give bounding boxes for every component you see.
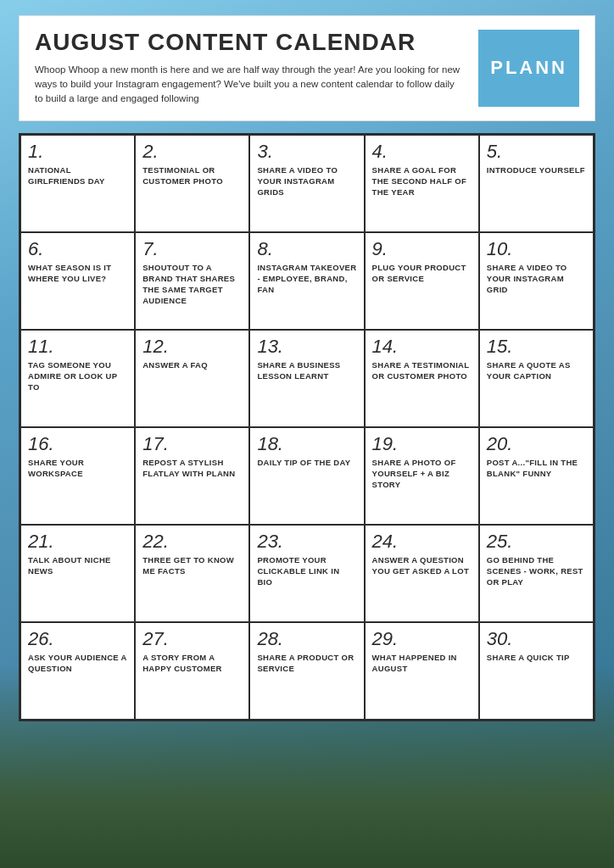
calendar-cell-18: 18.DAILY TIP OF THE DAY: [249, 427, 364, 525]
day-number-29: 29.: [372, 630, 472, 648]
calendar-cell-5: 5.INTRODUCE YOURSELF: [479, 135, 594, 232]
day-number-10: 10.: [487, 240, 586, 259]
day-number-20: 20.: [487, 435, 586, 453]
calendar-cell-17: 17.REPOST A STYLISH FLATLAY WITH PLANN: [135, 427, 249, 525]
day-number-17: 17.: [142, 435, 242, 453]
day-number-21: 21.: [28, 532, 127, 551]
day-content-2: TESTIMONIAL OR CUSTOMER PHOTO: [142, 164, 242, 187]
day-content-10: SHARE A VIDEO TO YOUR INSTAGRAM GRID: [487, 262, 586, 296]
logo-text: PLANN: [490, 57, 567, 79]
header-box: AUGUST CONTENT CALENDAR Whoop Whoop a ne…: [19, 15, 595, 121]
day-content-24: ANSWER A QUESTION YOU GET ASKED A LOT: [372, 554, 472, 577]
day-content-5: INTRODUCE YOURSELF: [487, 164, 586, 175]
day-content-12: ANSWER A FAQ: [142, 359, 242, 370]
day-number-5: 5.: [487, 142, 586, 161]
day-content-27: A STORY FROM A HAPPY CUSTOMER: [142, 652, 242, 675]
calendar-grid: 1.NATIONAL GIRLFRIENDS DAY2.TESTIMONIAL …: [19, 133, 595, 721]
day-number-8: 8.: [257, 240, 356, 259]
day-number-24: 24.: [372, 532, 472, 551]
day-content-11: TAG SOMEONE YOU ADMIRE OR LOOK UP TO: [28, 359, 127, 393]
calendar-cell-14: 14.SHARE A TESTIMONIAL OR CUSTOMER PHOTO: [365, 330, 479, 427]
day-content-17: REPOST A STYLISH FLATLAY WITH PLANN: [142, 457, 242, 480]
day-content-8: INSTAGRAM TAKEOVER - EMPLOYEE, BRAND, FA…: [257, 262, 356, 296]
header-text: AUGUST CONTENT CALENDAR Whoop Whoop a ne…: [35, 30, 478, 107]
day-number-28: 28.: [257, 630, 356, 648]
day-content-6: WHAT SEASON IS IT WHERE YOU LIVE?: [28, 262, 127, 285]
day-content-7: SHOUTOUT TO A BRAND THAT SHARES THE SAME…: [142, 262, 242, 307]
day-content-18: DAILY TIP OF THE DAY: [257, 457, 356, 468]
day-content-25: GO BEHIND THE SCENES - WORK, REST OR PLA…: [487, 554, 586, 588]
day-content-13: SHARE A BUSINESS LESSON LEARNT: [257, 359, 356, 382]
calendar-cell-9: 9.PLUG YOUR PRODUCT OR SERVICE: [365, 232, 479, 330]
logo-box: PLANN: [478, 30, 579, 107]
calendar-cell-30: 30.SHARE A QUICK TIP: [479, 622, 594, 720]
day-number-11: 11.: [28, 337, 127, 356]
calendar-cell-22: 22.THREE GET TO KNOW ME FACTS: [135, 525, 249, 622]
day-number-12: 12.: [142, 337, 242, 356]
header-title: AUGUST CONTENT CALENDAR: [35, 30, 465, 56]
calendar-cell-26: 26.ASK YOUR AUDIENCE A QUESTION: [20, 622, 135, 720]
calendar-cell-10: 10.SHARE A VIDEO TO YOUR INSTAGRAM GRID: [479, 232, 594, 330]
calendar-cell-16: 16.SHARE YOUR WORKSPACE: [20, 427, 135, 525]
calendar-cell-8: 8.INSTAGRAM TAKEOVER - EMPLOYEE, BRAND, …: [249, 232, 364, 330]
day-content-29: WHAT HAPPENED IN AUGUST: [372, 652, 472, 675]
calendar-cell-2: 2.TESTIMONIAL OR CUSTOMER PHOTO: [135, 135, 249, 232]
calendar-cell-23: 23.PROMOTE YOUR CLICKABLE LINK IN BIO: [249, 525, 364, 622]
calendar-cell-24: 24.ANSWER A QUESTION YOU GET ASKED A LOT: [365, 525, 479, 622]
calendar-cell-25: 25.GO BEHIND THE SCENES - WORK, REST OR …: [479, 525, 594, 622]
day-content-23: PROMOTE YOUR CLICKABLE LINK IN BIO: [257, 554, 356, 588]
day-content-22: THREE GET TO KNOW ME FACTS: [142, 554, 242, 577]
day-number-14: 14.: [372, 337, 472, 356]
day-number-7: 7.: [142, 240, 242, 259]
day-number-15: 15.: [487, 337, 586, 356]
day-number-23: 23.: [257, 532, 356, 551]
calendar-cell-4: 4.SHARE A GOAL FOR THE SECOND HALF OF TH…: [365, 135, 479, 232]
calendar-cell-28: 28.SHARE A PRODUCT OR SERVICE: [249, 622, 364, 720]
calendar-cell-27: 27.A STORY FROM A HAPPY CUSTOMER: [135, 622, 249, 720]
day-content-15: SHARE A QUOTE AS YOUR CAPTION: [487, 359, 586, 382]
page-container: AUGUST CONTENT CALENDAR Whoop Whoop a ne…: [0, 0, 614, 737]
day-content-26: ASK YOUR AUDIENCE A QUESTION: [28, 652, 127, 675]
day-content-14: SHARE A TESTIMONIAL OR CUSTOMER PHOTO: [372, 359, 472, 382]
day-number-30: 30.: [487, 630, 586, 648]
day-content-1: NATIONAL GIRLFRIENDS DAY: [28, 164, 127, 187]
header-subtitle: Whoop Whoop a new month is here and we a…: [35, 63, 465, 107]
day-content-16: SHARE YOUR WORKSPACE: [28, 457, 127, 480]
calendar-cell-20: 20.POST A..."FILL IN THE BLANK" FUNNY: [479, 427, 594, 525]
day-number-4: 4.: [372, 142, 472, 161]
day-content-30: SHARE A QUICK TIP: [487, 652, 586, 663]
day-number-1: 1.: [28, 142, 127, 161]
day-number-22: 22.: [142, 532, 242, 551]
calendar-cell-3: 3.SHARE A VIDEO TO YOUR INSTAGRAM GRIDS: [249, 135, 364, 232]
day-content-3: SHARE A VIDEO TO YOUR INSTAGRAM GRIDS: [257, 164, 356, 198]
day-content-9: PLUG YOUR PRODUCT OR SERVICE: [372, 262, 472, 285]
day-number-25: 25.: [487, 532, 586, 551]
calendar-cell-7: 7.SHOUTOUT TO A BRAND THAT SHARES THE SA…: [135, 232, 249, 330]
day-number-19: 19.: [372, 435, 472, 453]
day-number-2: 2.: [142, 142, 242, 161]
calendar-cell-12: 12.ANSWER A FAQ: [135, 330, 249, 427]
day-content-20: POST A..."FILL IN THE BLANK" FUNNY: [487, 457, 586, 480]
day-number-27: 27.: [142, 630, 242, 648]
day-content-19: SHARE A PHOTO OF YOURSELF + A BIZ STORY: [372, 457, 472, 491]
calendar-cell-1: 1.NATIONAL GIRLFRIENDS DAY: [20, 135, 135, 232]
calendar-cell-13: 13.SHARE A BUSINESS LESSON LEARNT: [249, 330, 364, 427]
day-content-4: SHARE A GOAL FOR THE SECOND HALF OF THE …: [372, 164, 472, 198]
calendar-cell-15: 15.SHARE A QUOTE AS YOUR CAPTION: [479, 330, 594, 427]
day-content-28: SHARE A PRODUCT OR SERVICE: [257, 652, 356, 675]
day-number-3: 3.: [257, 142, 356, 161]
day-number-6: 6.: [28, 240, 127, 259]
day-number-18: 18.: [257, 435, 356, 453]
calendar-cell-11: 11.TAG SOMEONE YOU ADMIRE OR LOOK UP TO: [20, 330, 135, 427]
day-number-16: 16.: [28, 435, 127, 453]
day-number-26: 26.: [28, 630, 127, 648]
calendar-cell-19: 19.SHARE A PHOTO OF YOURSELF + A BIZ STO…: [365, 427, 479, 525]
day-number-13: 13.: [257, 337, 356, 356]
day-content-21: TALK ABOUT NICHE NEWS: [28, 554, 127, 577]
calendar-cell-29: 29.WHAT HAPPENED IN AUGUST: [365, 622, 479, 720]
calendar-cell-21: 21.TALK ABOUT NICHE NEWS: [20, 525, 135, 622]
day-number-9: 9.: [372, 240, 472, 259]
calendar-cell-6: 6.WHAT SEASON IS IT WHERE YOU LIVE?: [20, 232, 135, 330]
